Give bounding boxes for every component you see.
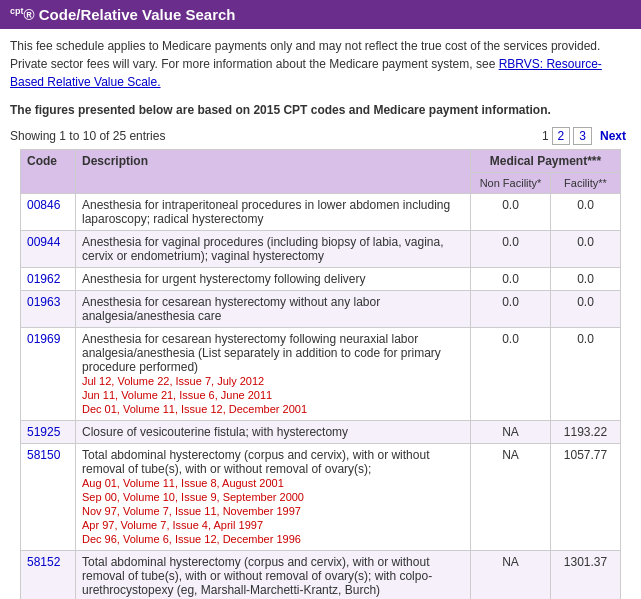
table-row: 01962Anesthesia for urgent hysterectomy … xyxy=(21,268,621,291)
results-table: Code Description Medical Payment*** Non … xyxy=(20,149,621,599)
desc-ref-link[interactable]: Apr 97, Volume 7, Issue 4, April 1997 xyxy=(82,519,263,531)
table-row: 00846Anesthesia for intraperitoneal proc… xyxy=(21,194,621,231)
desc-ref-link[interactable]: Aug 01, Volume 11, Issue 8, August 2001 xyxy=(82,477,284,489)
description-cell: Anesthesia for urgent hysterectomy follo… xyxy=(76,268,471,291)
table-row: 01969Anesthesia for cesarean hysterectom… xyxy=(21,328,621,421)
table-row: 58150Total abdominal hysterectomy (corpu… xyxy=(21,444,621,551)
non-facility-value: 0.0 xyxy=(471,231,551,268)
current-page-top: 1 xyxy=(542,129,549,143)
desc-ref-link[interactable]: Dec 96, Volume 6, Issue 12, December 199… xyxy=(82,533,301,545)
code-link[interactable]: 51925 xyxy=(27,425,60,439)
table-row: 58152Total abdominal hysterectomy (corpu… xyxy=(21,551,621,600)
facility-value: 0.0 xyxy=(551,231,621,268)
page-3-link-top[interactable]: 3 xyxy=(573,127,592,145)
facility-value: 1301.37 xyxy=(551,551,621,600)
description-cell: Anesthesia for cesarean hysterectomy fol… xyxy=(76,328,471,421)
desc-ref-link[interactable]: Sep 00, Volume 10, Issue 9, September 20… xyxy=(82,491,304,503)
non-facility-value: 0.0 xyxy=(471,268,551,291)
facility-value: 1193.22 xyxy=(551,421,621,444)
col-header-description: Description xyxy=(76,150,471,194)
facility-value: 1057.77 xyxy=(551,444,621,551)
page-2-link-top[interactable]: 2 xyxy=(552,127,571,145)
table-wrap: Code Description Medical Payment*** Non … xyxy=(0,149,641,599)
table-row: 01963Anesthesia for cesarean hysterectom… xyxy=(21,291,621,328)
code-cell: 00846 xyxy=(21,194,76,231)
desc-ref-link[interactable]: Nov 97, Volume 7, Issue 11, November 199… xyxy=(82,505,301,517)
code-link[interactable]: 01969 xyxy=(27,332,60,346)
header: cpt® Code/Relative Value Search xyxy=(0,0,641,29)
trademark-sup: cpt xyxy=(10,6,24,16)
facility-value: 0.0 xyxy=(551,268,621,291)
showing-count-top: Showing 1 to 10 of 25 entries xyxy=(10,129,165,143)
desc-ref-link[interactable]: Dec 01, Volume 11, Issue 12, December 20… xyxy=(82,403,307,415)
desc-ref-link[interactable]: Jul 12, Volume 22, Issue 7, July 2012 xyxy=(82,375,264,387)
next-link-top[interactable]: Next xyxy=(595,128,631,144)
description-cell: Anesthesia for cesarean hysterectomy wit… xyxy=(76,291,471,328)
intro-text: This fee schedule applies to Medicare pa… xyxy=(0,29,641,99)
facility-value: 0.0 xyxy=(551,291,621,328)
code-link[interactable]: 58152 xyxy=(27,555,60,569)
non-facility-value: 0.0 xyxy=(471,291,551,328)
code-cell: 58150 xyxy=(21,444,76,551)
figures-note: The figures presented below are based on… xyxy=(0,99,641,123)
code-cell: 01963 xyxy=(21,291,76,328)
col-header-code: Code xyxy=(21,150,76,194)
pagination-top: 1 2 3 Next xyxy=(542,127,631,145)
code-link[interactable]: 01963 xyxy=(27,295,60,309)
non-facility-value: NA xyxy=(471,421,551,444)
facility-value: 0.0 xyxy=(551,194,621,231)
showing-row-top: Showing 1 to 10 of 25 entries 1 2 3 Next xyxy=(0,123,641,149)
description-cell: Anesthesia for intraperitoneal procedure… xyxy=(76,194,471,231)
table-row: 51925Closure of vesicouterine fistula; w… xyxy=(21,421,621,444)
table-row: 00944Anesthesia for vaginal procedures (… xyxy=(21,231,621,268)
header-title: cpt® Code/Relative Value Search xyxy=(10,6,236,23)
non-facility-value: 0.0 xyxy=(471,328,551,421)
non-facility-value: 0.0 xyxy=(471,194,551,231)
non-facility-value: NA xyxy=(471,444,551,551)
description-cell: Closure of vesicouterine fistula; with h… xyxy=(76,421,471,444)
description-cell: Total abdominal hysterectomy (corpus and… xyxy=(76,551,471,600)
description-cell: Total abdominal hysterectomy (corpus and… xyxy=(76,444,471,551)
code-cell: 58152 xyxy=(21,551,76,600)
code-cell: 01969 xyxy=(21,328,76,421)
col-header-nonfacility: Non Facility* xyxy=(471,173,551,194)
description-cell: Anesthesia for vaginal procedures (inclu… xyxy=(76,231,471,268)
code-cell: 01962 xyxy=(21,268,76,291)
code-link[interactable]: 00944 xyxy=(27,235,60,249)
code-cell: 00944 xyxy=(21,231,76,268)
non-facility-value: NA xyxy=(471,551,551,600)
code-cell: 51925 xyxy=(21,421,76,444)
col-header-medical: Medical Payment*** xyxy=(471,150,621,173)
code-link[interactable]: 58150 xyxy=(27,448,60,462)
code-link[interactable]: 01962 xyxy=(27,272,60,286)
col-header-facility: Facility** xyxy=(551,173,621,194)
desc-ref-link[interactable]: Jun 11, Volume 21, Issue 6, June 2011 xyxy=(82,389,272,401)
code-link[interactable]: 00846 xyxy=(27,198,60,212)
facility-value: 0.0 xyxy=(551,328,621,421)
